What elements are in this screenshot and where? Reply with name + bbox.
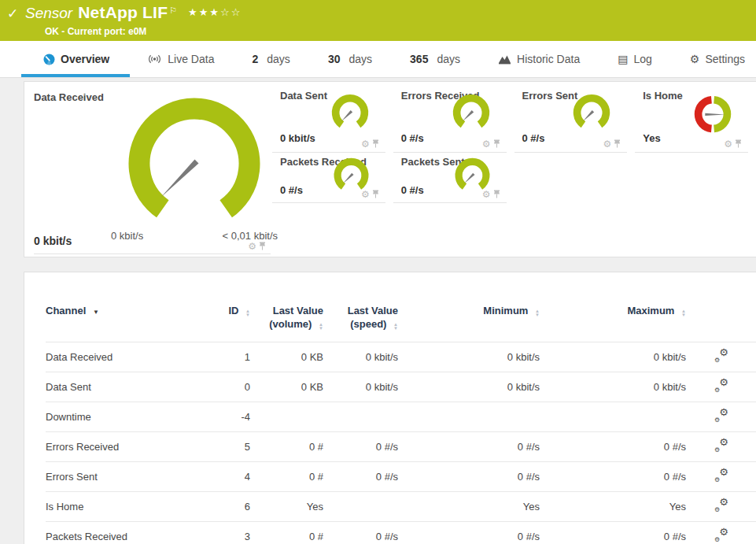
gauge-settings-icon[interactable]: ⚙ [361,139,370,149]
cell-last-speed: 0 #/s [323,522,398,544]
tab-overview[interactable]: Overview [43,41,109,77]
gauge-settings-icon[interactable]: ⚙ [482,190,491,199]
gauge-actions: ⚙ [482,190,500,199]
column-header-last-value-volume[interactable]: Last Value (volume) ▲▼ [250,304,323,342]
priority-stars[interactable]: ★★★☆☆ [188,6,242,18]
cell-last-volume: 0 # [250,462,323,492]
gauge-settings-icon[interactable]: ⚙ [482,139,491,149]
tab-2-days[interactable]: 2days [252,41,289,77]
cell-minimum: 0 #/s [398,522,540,544]
pin-icon[interactable] [614,139,621,149]
channel-table: Channel ▼ ID ▲▼ Last Value (volume) ▲▼ L… [46,304,756,544]
tab-365-days[interactable]: 365days [410,41,460,77]
sort-icon: ▲▼ [535,309,540,317]
table-row[interactable]: Errors Received 5 0 # 0 #/s 0 #/s 0 #/s … [46,432,756,462]
channel-settings-icon[interactable]: ⚙⚙ [714,350,728,362]
pin-icon[interactable] [493,139,500,149]
pin-icon[interactable] [735,139,742,149]
gauge-settings-icon[interactable]: ⚙ [724,139,732,149]
table-row[interactable]: Is Home 6 Yes Yes Yes ⚙⚙ [46,492,756,522]
gauge-cell-packets-received: Packets Received 0 #/s ⚙ [272,153,385,203]
pin-icon[interactable] [372,190,379,199]
tab-label: days [437,53,460,65]
channel-settings-icon[interactable]: ⚙⚙ [714,379,728,392]
gauge-actions: ⚙ [603,139,621,149]
table-row[interactable]: Data Received 1 0 KB 0 kbit/s 0 kbit/s 0… [46,342,756,372]
channel-settings-icon[interactable]: ⚙⚙ [714,409,728,422]
sort-desc-icon: ▼ [93,309,99,316]
flag-icon[interactable]: ⚐ [169,6,177,15]
pin-icon[interactable] [372,139,379,149]
object-kind-label: Sensor [25,5,72,21]
gauge-settings-icon[interactable]: ⚙ [248,242,256,251]
cell-last-speed: 0 #/s [323,432,398,462]
gauge-scale-max: < 0,01 kbit/s [223,230,278,242]
cell-channel: Packets Received [46,522,203,544]
tab-day-count: 365 [410,53,428,65]
cell-last-speed: 0 #/s [323,462,398,492]
table-row[interactable]: Downtime -4 ⚙⚙ [46,402,756,432]
table-row[interactable]: Errors Sent 4 0 # 0 #/s 0 #/s 0 #/s ⚙⚙ [46,462,756,492]
cell-minimum: 0 #/s [398,462,540,492]
tab-label: Historic Data [517,53,580,65]
tab-label: Settings [705,53,745,65]
gauge-current-value: 0 #/s [522,132,545,144]
cell-maximum: 0 #/s [540,432,686,462]
tab-label: Overview [61,53,109,65]
pin-icon[interactable] [493,190,500,199]
cell-channel: Data Sent [46,372,203,402]
gauge-channel-name: Is Home [643,90,683,102]
cell-id: 0 [203,372,250,402]
tab-historic-data[interactable]: Historic Data [498,41,580,77]
column-label: (speed) [350,318,386,330]
gauge-settings-icon[interactable]: ⚙ [361,190,370,199]
column-label: Last Value [273,305,323,316]
gauge-actions: ⚙ [361,139,379,149]
cell-channel: Downtime [46,402,203,432]
tab-day-count: 30 [328,53,341,65]
channel-settings-icon[interactable]: ⚙⚙ [714,499,728,512]
column-label: Channel [46,305,86,316]
pin-icon[interactable] [259,242,266,251]
gear-icon: ⚙ [690,54,700,65]
cell-last-volume: 0 KB [250,342,323,372]
sensor-titlebar: SensorNetApp LIF⚐★★★☆☆ [25,3,242,22]
cell-maximum: 0 kbit/s [540,342,686,372]
tab-30-days[interactable]: 30days [328,41,372,77]
gauge-scale-min: 0 kbit/s [111,230,143,242]
sort-icon: ▲▼ [245,309,250,317]
cell-maximum: Yes [540,492,686,522]
column-label: ID [228,305,238,316]
tab-bar: Overview Live Data 2days 30days 365days … [0,41,756,78]
gauge-settings-icon[interactable]: ⚙ [603,139,611,149]
channel-settings-icon[interactable]: ⚙⚙ [714,469,728,482]
gauge-scale: 0 kbit/s < 0,01 kbit/s [111,230,278,242]
tab-day-count: 2 [252,53,258,65]
table-row[interactable]: Data Sent 0 0 KB 0 kbit/s 0 kbit/s 0 kbi… [46,372,756,402]
table-row[interactable]: Packets Received 3 0 # 0 #/s 0 #/s 0 #/s… [46,522,756,544]
cell-channel: Errors Sent [46,462,203,492]
gauges-panel: Data Received 0 kbit/s < 0,01 kbit/s 0 k… [24,81,756,257]
channel-table-panel: Channel ▼ ID ▲▼ Last Value (volume) ▲▼ L… [24,272,756,544]
channel-settings-icon[interactable]: ⚙⚙ [714,529,728,542]
tab-label: Log [633,53,651,65]
tab-settings[interactable]: ⚙ Settings [690,41,745,77]
column-header-last-value-speed[interactable]: Last Value (speed) ▲▼ [323,304,398,342]
column-label: Last Value [348,305,398,316]
column-header-channel[interactable]: Channel ▼ [46,304,203,342]
gauge-actions: ⚙ [482,139,500,149]
column-header-id[interactable]: ID ▲▼ [203,304,250,342]
gauge-cell-packets-sent: Packets Sent 0 #/s ⚙ [393,153,507,203]
gauge-cell-errors-sent: Errors Sent 0 #/s ⚙ [514,82,628,153]
cell-id: 1 [203,342,250,372]
channel-settings-icon[interactable]: ⚙⚙ [714,439,728,452]
small-gauge [327,92,373,138]
column-header-minimum[interactable]: Minimum ▲▼ [398,304,540,342]
tab-log[interactable]: ▤ Log [618,41,652,77]
cell-maximum [540,402,686,432]
column-header-maximum[interactable]: Maximum ▲▼ [540,304,686,342]
sensor-title: NetApp LIF [78,3,168,21]
cell-minimum: 0 kbit/s [398,372,540,402]
sensor-header: ✓ SensorNetApp LIF⚐★★★☆☆ OK - Current po… [0,0,756,41]
tab-live-data[interactable]: Live Data [147,41,214,77]
